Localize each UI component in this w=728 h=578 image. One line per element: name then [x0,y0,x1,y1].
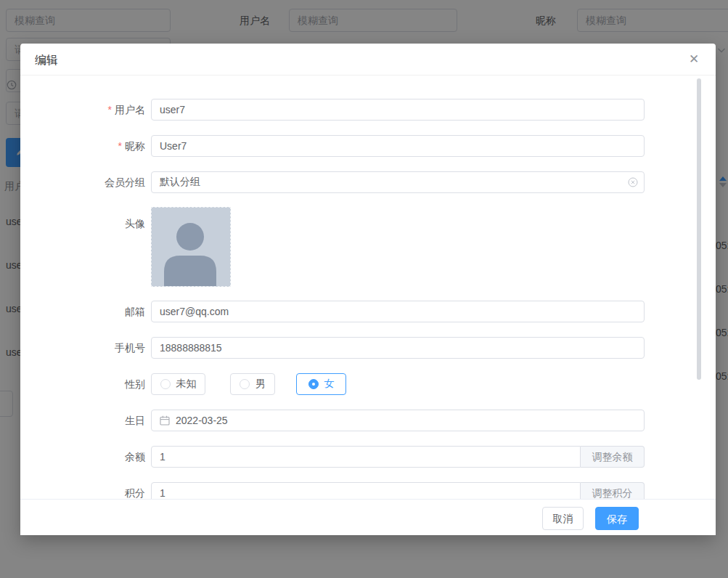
birthday-label: 生日 [20,410,145,431]
email-label: 邮箱 [20,301,145,322]
score-label: 积分 [20,482,145,499]
form-row-score: 积分 调整积分 [20,482,645,499]
group-field[interactable] [151,171,645,193]
edit-dialog: 编辑 ✕ *用户名 *昵称 会员分组 [20,44,716,535]
form-row-mobile: 手机号 [20,337,645,359]
form-row-username: *用户名 [20,99,645,121]
radio-circle-icon [160,379,171,389]
radio-label: 未知 [176,378,197,391]
adjust-balance-button[interactable]: 调整余额 [581,446,645,468]
balance-label: 余额 [20,446,145,468]
radio-label: 男 [255,378,266,391]
dialog-body: *用户名 *昵称 会员分组 [20,76,716,499]
username-field[interactable] [151,99,645,121]
group-label: 会员分组 [20,171,145,193]
email-field[interactable] [151,301,645,322]
form-row-email: 邮箱 [20,301,645,322]
adjust-score-button[interactable]: 调整积分 [581,482,645,499]
score-field[interactable] [151,482,581,499]
avatar[interactable] [151,207,231,287]
avatar-label: 头像 [20,213,145,235]
dialog-footer: 取消 保存 [20,499,716,535]
form-row-group: 会员分组 [20,171,645,193]
calendar-icon [160,415,170,426]
form-row-birthday: 生日 2022-03-25 [20,410,645,431]
balance-field[interactable] [151,446,581,468]
form-row-nickname: *昵称 [20,135,645,157]
nickname-label: *昵称 [20,135,145,157]
radio-circle-icon [308,379,319,389]
gender-radio-unknown[interactable]: 未知 [151,373,205,395]
nickname-field[interactable] [151,135,645,157]
dialog-title: 编辑 [35,53,58,68]
gender-radio-male[interactable]: 男 [230,373,275,395]
form-row-gender: 性别 未知 男 女 [20,373,645,395]
form-row-balance: 余额 调整余额 [20,446,645,468]
radio-label: 女 [324,378,335,391]
person-silhouette-icon [152,208,230,286]
close-icon[interactable]: ✕ [687,52,701,67]
mobile-label: 手机号 [20,337,145,359]
radio-circle-icon [240,379,250,389]
username-label: *用户名 [20,99,145,121]
required-mark: * [118,140,122,152]
dialog-scrollbar-thumb[interactable] [697,78,701,380]
gender-label: 性别 [20,373,145,395]
gender-radio-female[interactable]: 女 [296,373,346,395]
birthday-value: 2022-03-25 [176,410,228,431]
mobile-field[interactable] [151,337,645,359]
cancel-button[interactable]: 取消 [542,507,584,530]
required-mark: * [108,104,112,115]
form-row-avatar: 头像 [20,207,645,287]
screen: 用户名 昵称 请 请 用户 use u [0,0,728,578]
save-button[interactable]: 保存 [595,507,639,530]
dialog-header: 编辑 ✕ [20,44,716,76]
clear-circle-icon[interactable] [628,177,638,187]
